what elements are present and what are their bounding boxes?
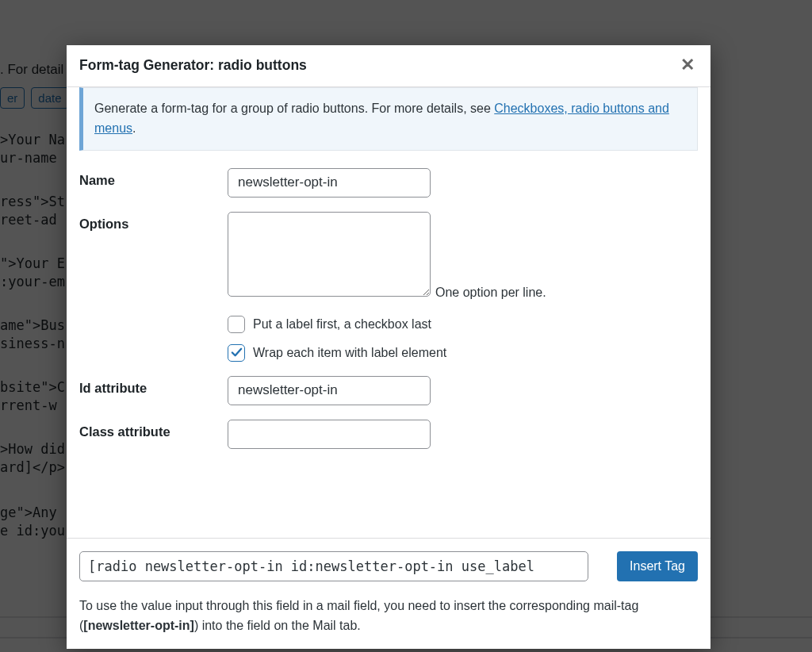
checkbox-wrap-label[interactable] (228, 344, 245, 362)
control-cell-class (228, 420, 698, 449)
row-class: Class attribute (79, 420, 698, 449)
modal-footer: Insert Tag To use the value input throug… (67, 538, 710, 649)
insert-tag-button[interactable]: Insert Tag (617, 551, 698, 581)
checkbox-label-first-text: Put a label first, a checkbox last (253, 317, 431, 332)
close-icon[interactable]: ✕ (677, 55, 698, 75)
checkbox-row-label-first: Put a label first, a checkbox last (228, 316, 698, 333)
tag-row: Insert Tag (79, 551, 698, 581)
control-cell-name (228, 168, 698, 198)
modal-title: Form-tag Generator: radio buttons (79, 57, 307, 74)
info-text-suffix: . (132, 121, 136, 135)
help-tag: [newsletter-opt-in] (83, 619, 194, 632)
name-input[interactable] (228, 168, 431, 198)
label-id: Id attribute (79, 376, 228, 396)
checkbox-label-first[interactable] (228, 316, 245, 333)
footer-help-text: To use the value input through this fiel… (79, 596, 698, 636)
options-hint: One option per line. (435, 286, 546, 299)
modal-body: Generate a form-tag for a group of radio… (67, 86, 710, 538)
info-banner: Generate a form-tag for a group of radio… (79, 87, 698, 151)
checkbox-row-wrap: Wrap each item with label element (228, 344, 698, 362)
id-input[interactable] (228, 376, 431, 405)
info-text-prefix: Generate a form-tag for a group of radio… (94, 102, 494, 115)
control-cell-options: One option per line. Put a label first, … (228, 212, 698, 362)
row-name: Name (79, 168, 698, 198)
label-options: Options (79, 212, 228, 232)
label-class: Class attribute (79, 420, 228, 439)
row-options: Options One option per line. Put a label… (79, 212, 698, 362)
checkbox-wrap-label-text: Wrap each item with label element (253, 346, 446, 360)
control-cell-id (228, 376, 698, 405)
form-tag-generator-modal: Form-tag Generator: radio buttons ✕ Gene… (67, 45, 710, 649)
help-suffix: ) into the field on the Mail tab. (194, 619, 361, 632)
modal-header: Form-tag Generator: radio buttons ✕ (67, 45, 710, 86)
label-name: Name (79, 168, 228, 188)
options-textarea[interactable] (228, 212, 431, 297)
row-id: Id attribute (79, 376, 698, 405)
tag-output-input[interactable] (79, 551, 588, 581)
class-input[interactable] (228, 420, 431, 449)
